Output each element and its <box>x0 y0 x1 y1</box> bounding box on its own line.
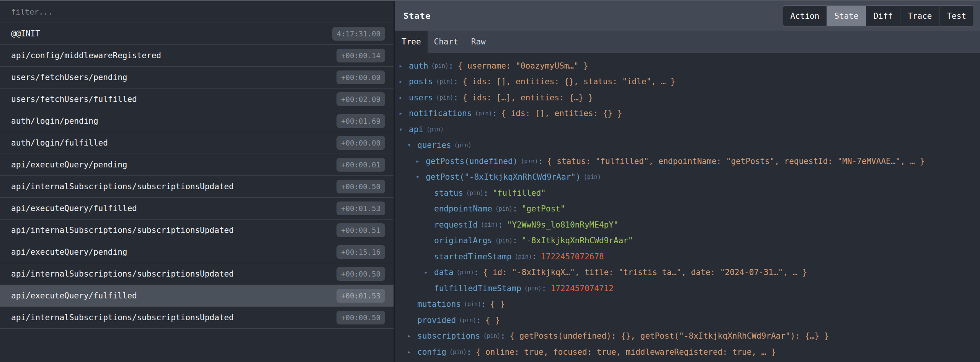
tree-node[interactable]: mutations(pin):{ } <box>395 296 980 313</box>
expand-arrow-icon[interactable]: ▸ <box>399 110 409 116</box>
tree-node[interactable]: ▾api(pin) <box>395 121 980 138</box>
collapse-arrow-icon[interactable]: ▾ <box>416 174 426 180</box>
node-value: { online: true, focused: true, middlewar… <box>476 347 776 357</box>
node-value: 1722457072678 <box>541 252 604 261</box>
action-name: api/config/middlewareRegistered <box>11 51 161 60</box>
tree-node[interactable]: ▾queries(pin) <box>395 138 980 154</box>
tree-node[interactable]: endpointName(pin):"getPost" <box>395 201 980 217</box>
action-list-item[interactable]: auth/login/pending+00:01.69 <box>0 110 394 132</box>
collapse-arrow-icon[interactable]: ▾ <box>407 142 417 148</box>
tree-node[interactable]: ▸subscriptions(pin):{ getPosts(undefined… <box>395 328 980 344</box>
tab-trace[interactable]: Trace <box>900 6 939 26</box>
node-key: originalArgs <box>434 236 492 245</box>
node-key: startedTimeStamp <box>434 252 511 261</box>
tree-node[interactable]: provided(pin):{ } <box>395 312 980 328</box>
node-value: { id: "-8xItkjkqX…", title: "tristis ta…… <box>483 268 807 277</box>
subtab-raw[interactable]: Raw <box>465 31 492 53</box>
action-name: api/executeQuery/pending <box>11 247 127 257</box>
pin-button[interactable]: (pin) <box>481 221 498 228</box>
node-value: { ids: [], entities: {} } <box>501 109 622 118</box>
action-list-item[interactable]: users/fetchUsers/fulfilled+00:02.09 <box>0 88 394 110</box>
node-key: data <box>434 268 454 277</box>
inspector-tab-group: ActionStateDiffTraceTest <box>783 5 974 26</box>
expand-arrow-icon[interactable]: ▸ <box>407 333 417 339</box>
pin-button[interactable]: (pin) <box>457 269 474 276</box>
tree-node[interactable]: ▸posts(pin):{ ids: [], entities: {}, sta… <box>395 74 980 90</box>
pin-button[interactable]: (pin) <box>449 349 467 355</box>
pin-button[interactable]: (pin) <box>524 285 542 292</box>
action-list-item[interactable]: api/internalSubscriptions/subscriptionsU… <box>0 307 394 329</box>
tree-node[interactable]: ▸auth(pin):{ username: "0oazymyUSm…" } <box>395 58 980 74</box>
tree-node[interactable]: requestId(pin):"Y2WwN9s_lo810nRyME4pY" <box>395 217 980 233</box>
action-timestamp-badge: +00:00.50 <box>336 267 385 281</box>
action-filter-input[interactable] <box>0 7 394 16</box>
pin-button[interactable]: (pin) <box>514 253 532 260</box>
pin-button[interactable]: (pin) <box>464 301 481 308</box>
node-key: fulfilledTimeStamp <box>434 284 521 293</box>
expand-arrow-icon[interactable]: ▸ <box>424 269 434 275</box>
pin-button[interactable]: (pin) <box>459 317 476 324</box>
pin-button[interactable]: (pin) <box>584 174 601 180</box>
pin-button[interactable]: (pin) <box>454 142 472 149</box>
action-list-item[interactable]: api/executeQuery/fulfilled+00:01.53 <box>0 198 394 219</box>
action-name: users/fetchUsers/pending <box>11 73 127 82</box>
action-list-item[interactable]: users/fetchUsers/pending+00:00.00 <box>0 67 394 88</box>
pin-button[interactable]: (pin) <box>466 190 483 197</box>
subtab-chart[interactable]: Chart <box>428 31 465 53</box>
tree-node[interactable]: ▸config(pin):{ online: true, focused: tr… <box>395 344 980 360</box>
pin-button[interactable]: (pin) <box>426 126 444 133</box>
pin-button[interactable]: (pin) <box>495 205 513 212</box>
node-value: 1722457074712 <box>550 284 613 293</box>
node-colon: : <box>481 300 486 309</box>
pin-button[interactable]: (pin) <box>483 333 500 339</box>
action-list-item[interactable]: api/executeQuery/pending+00:15.16 <box>0 241 394 263</box>
tab-action[interactable]: Action <box>783 6 827 26</box>
node-colon: : <box>474 268 479 277</box>
pin-button[interactable]: (pin) <box>475 110 492 117</box>
node-value: "Y2WwN9s_lo810nRyME4pY" <box>507 220 619 229</box>
action-list-item[interactable]: @@INIT4:17:31.00 <box>0 23 394 45</box>
expand-arrow-icon[interactable]: ▸ <box>416 158 426 164</box>
expand-arrow-icon[interactable]: ▸ <box>399 79 409 85</box>
pin-button[interactable]: (pin) <box>431 62 449 69</box>
pin-button[interactable]: (pin) <box>436 78 453 85</box>
tree-node[interactable]: ▸data(pin):{ id: "-8xItkjkqX…", title: "… <box>395 265 980 281</box>
collapse-arrow-icon[interactable]: ▾ <box>399 126 409 133</box>
action-list-item[interactable]: api/executeQuery/fulfilled+00:01.53 <box>0 285 394 307</box>
pin-button[interactable]: (pin) <box>436 94 453 101</box>
tab-test[interactable]: Test <box>939 6 973 26</box>
tree-node[interactable]: fulfilledTimeStamp(pin):1722457074712 <box>395 280 980 296</box>
tree-node[interactable]: ▸users(pin):{ ids: […], entities: {…} } <box>395 90 980 106</box>
tree-node[interactable]: startedTimeStamp(pin):1722457072678 <box>395 249 980 265</box>
action-list: @@INIT4:17:31.00api/config/middlewareReg… <box>0 23 394 329</box>
action-timestamp-badge: +00:00.01 <box>336 158 385 172</box>
inspector-header: State ActionStateDiffTraceTest <box>395 1 980 31</box>
state-view-tab-bar: TreeChartRaw <box>395 31 980 53</box>
tree-node[interactable]: ▸notifications(pin):{ ids: [], entities:… <box>395 106 980 122</box>
action-timestamp-badge: +00:00.14 <box>336 49 385 62</box>
action-name: api/executeQuery/fulfilled <box>11 204 137 213</box>
tree-node[interactable]: originalArgs(pin):"-8xItkjkqXnRhCWd9rAar… <box>395 233 980 249</box>
expand-arrow-icon[interactable]: ▸ <box>407 349 417 355</box>
expand-arrow-icon[interactable]: ▸ <box>399 95 409 101</box>
action-list-item[interactable]: auth/login/fulfilled+00:00.00 <box>0 132 394 154</box>
pin-button[interactable]: (pin) <box>521 158 538 165</box>
action-name: @@INIT <box>11 29 40 38</box>
node-colon: : <box>453 77 458 86</box>
tree-node[interactable]: ▸getPosts(undefined)(pin):{ status: "ful… <box>395 153 980 169</box>
node-key: config <box>417 347 446 357</box>
tree-node[interactable]: status(pin):"fulfilled" <box>395 185 980 201</box>
action-list-item[interactable]: api/executeQuery/pending+00:00.01 <box>0 154 394 176</box>
action-timestamp-badge: +00:01.53 <box>336 289 385 303</box>
tree-node[interactable]: ▾getPost("-8xItkjkqXnRhCWd9rAar")(pin) <box>395 169 980 185</box>
action-list-item[interactable]: api/internalSubscriptions/subscriptionsU… <box>0 219 394 241</box>
action-list-item[interactable]: api/internalSubscriptions/subscriptionsU… <box>0 263 394 285</box>
action-list-item[interactable]: api/config/middlewareRegistered+00:00.14 <box>0 45 394 67</box>
tab-diff[interactable]: Diff <box>866 6 900 26</box>
subtab-tree[interactable]: Tree <box>395 31 428 53</box>
action-list-item[interactable]: api/internalSubscriptions/subscriptionsU… <box>0 176 394 198</box>
tab-state[interactable]: State <box>826 6 866 26</box>
node-key: auth <box>409 61 428 70</box>
pin-button[interactable]: (pin) <box>495 237 513 244</box>
expand-arrow-icon[interactable]: ▸ <box>399 63 409 69</box>
